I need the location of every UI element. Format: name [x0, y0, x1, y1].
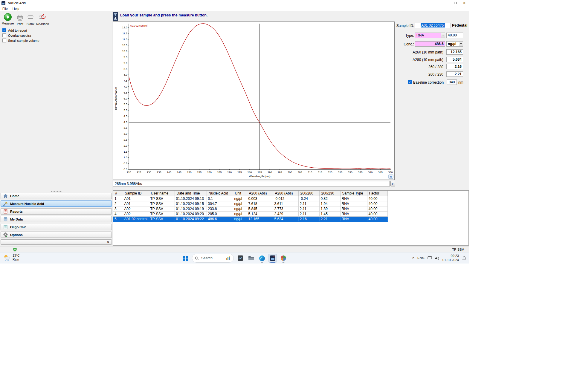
unit-select[interactable]: ng/µl	[446, 41, 463, 47]
sample-id-input[interactable]: A01 02 control	[415, 23, 451, 28]
table-cell[interactable]: ng/µl	[233, 196, 247, 201]
table-cell[interactable]: RNA	[340, 206, 367, 211]
table-cell[interactable]: 205.0	[207, 211, 233, 216]
menu-item-file[interactable]: File	[0, 6, 10, 11]
sidebar-item-options[interactable]: Options	[1, 232, 112, 238]
dropdown-arrow-icon[interactable]	[459, 42, 463, 46]
baseline-checkbox[interactable]	[408, 80, 412, 84]
results-table[interactable]: #Sample IDUser nameDate and TimeNucleic …	[113, 191, 388, 222]
sidebar-item-my-data[interactable]: My Data	[1, 216, 112, 222]
table-cell[interactable]: RNA	[340, 201, 367, 206]
table-cell[interactable]: 3.611	[273, 201, 298, 206]
sidebar-collapse-bar[interactable]: »	[1, 239, 112, 245]
table-cell[interactable]: ng/µl	[233, 206, 247, 211]
baseline-wavelength-input[interactable]: 340	[447, 79, 457, 85]
table-row[interactable]: 4A02TP-SSV01.10.2024 09:20205.0ng/µl5.12…	[113, 211, 387, 216]
table-cell[interactable]: 2.21	[319, 216, 340, 221]
taskbar-app-colorful[interactable]	[279, 254, 288, 263]
column-header[interactable]: Sample Type	[340, 191, 367, 196]
table-cell[interactable]: RNA	[340, 216, 367, 221]
spectrum-chart[interactable]: 0.00.51.01.52.02.53.03.54.04.55.05.56.06…	[113, 22, 395, 180]
notification-bell-icon[interactable]	[462, 256, 466, 261]
weather-widget[interactable]: 13°C Rain	[3, 254, 19, 261]
table-cell[interactable]: 0.82	[319, 196, 340, 201]
chart-collapse-button[interactable]: «	[388, 174, 393, 179]
table-cell[interactable]: 7.618	[247, 201, 273, 206]
taskbar-app-nucleic-acid[interactable]	[268, 254, 277, 263]
table-cell[interactable]: TP-SSV	[149, 211, 175, 216]
table-row[interactable]: 5A01 02 controlTP-SSV01.10.2024 09:22486…	[113, 216, 387, 221]
close-button[interactable]: ×	[460, 0, 469, 6]
table-cell[interactable]: 5	[113, 216, 123, 221]
checkbox-icon[interactable]	[2, 39, 6, 42]
table-cell[interactable]: TP-SSV	[149, 216, 175, 221]
table-row[interactable]: 1A01TP-SSV01.10.2024 09:130.1ng/µl0.003-…	[113, 196, 387, 201]
column-header[interactable]: #	[113, 191, 123, 196]
spectrum-plot[interactable]: 0.00.51.01.52.02.53.03.54.04.55.05.56.06…	[113, 22, 394, 180]
measure-button[interactable]: Measure	[1, 13, 14, 25]
table-cell[interactable]: 01.10.2024 09:20	[175, 211, 207, 216]
table-cell[interactable]: 40.00	[367, 196, 387, 201]
table-cell[interactable]: -0.012	[273, 196, 298, 201]
table-cell[interactable]: 40.00	[367, 216, 387, 221]
table-cell[interactable]: 0.1	[207, 196, 233, 201]
sidebar-item-oligo-calc[interactable]: Oligo Calc	[1, 224, 112, 230]
column-header[interactable]: A280 (Abs)	[273, 191, 298, 196]
taskbar-app-widgets[interactable]	[236, 254, 245, 263]
column-header[interactable]: 260/280	[298, 191, 319, 196]
table-cell[interactable]: 5.124	[247, 211, 273, 216]
checkbox-icon[interactable]	[2, 28, 6, 32]
checkbox-add-to-report[interactable]: Add to report	[2, 28, 27, 32]
column-header[interactable]: User name	[149, 191, 175, 196]
minimize-button[interactable]	[442, 0, 451, 6]
table-cell[interactable]: 304.7	[207, 201, 233, 206]
table-cell[interactable]: 01.10.2024 09:15	[175, 201, 207, 206]
table-cell[interactable]: RNA	[340, 211, 367, 216]
table-cell[interactable]: TP-SSV	[149, 206, 175, 211]
table-cell[interactable]: 486.6	[207, 216, 233, 221]
column-header[interactable]: Factor	[367, 191, 387, 196]
blank-button[interactable]: Blank	[26, 13, 35, 26]
table-cell[interactable]: TP-SSV	[149, 196, 175, 201]
table-cell[interactable]: 2.11	[298, 201, 319, 206]
table-cell[interactable]: 2.773	[273, 206, 298, 211]
table-cell[interactable]: 1	[113, 196, 123, 201]
column-header[interactable]: Nucleic Acid	[207, 191, 233, 196]
search-input[interactable]: Search	[192, 254, 234, 263]
table-cell[interactable]: A02	[123, 211, 149, 216]
sidebar-item-measure-nucleic-acid[interactable]: Measure Nucleic Acid	[1, 200, 112, 207]
speaker-icon[interactable]	[435, 256, 439, 260]
table-cell[interactable]: 2.11	[298, 211, 319, 216]
table-cell[interactable]: RNA	[340, 196, 367, 201]
table-cell[interactable]: ng/µl	[233, 211, 247, 216]
table-cell[interactable]: 01.10.2024 09:13	[175, 196, 207, 201]
readout-expand-button[interactable]: »	[390, 181, 395, 186]
table-cell[interactable]: 5.845	[247, 206, 273, 211]
column-header[interactable]: 260/230	[319, 191, 340, 196]
taskbar-app-edge[interactable]	[258, 254, 266, 263]
column-header[interactable]: Unit	[233, 191, 247, 196]
column-header[interactable]: Date and Time	[175, 191, 207, 196]
table-row[interactable]: 3A02TP-SSV01.10.2024 09:19233.8ng/µl5.84…	[113, 206, 387, 211]
table-cell[interactable]: 12.165	[247, 216, 273, 221]
print-button[interactable]: Print	[16, 13, 25, 26]
column-header[interactable]: Sample ID	[123, 191, 149, 196]
table-cell[interactable]: 01.10.2024 09:22	[175, 216, 207, 221]
table-cell[interactable]: 233.8	[207, 206, 233, 211]
table-cell[interactable]: 1.39	[319, 206, 340, 211]
table-cell[interactable]: 5.634	[273, 216, 298, 221]
splitter-handle[interactable]	[51, 191, 62, 192]
taskbar-app-explorer[interactable]	[247, 254, 255, 263]
table-cell[interactable]: 2	[113, 201, 123, 206]
reblank-button[interactable]: Re-Blank	[36, 13, 49, 26]
table-cell[interactable]: 01.10.2024 09:19	[175, 206, 207, 211]
chevron-right-icon[interactable]: »	[107, 240, 109, 244]
table-cell[interactable]: A01	[123, 196, 149, 201]
sidebar-item-home[interactable]: Home	[1, 193, 112, 199]
table-cell[interactable]: 3	[113, 206, 123, 211]
table-cell[interactable]: A01 02 control	[123, 216, 149, 221]
table-cell[interactable]: 0.003	[247, 196, 273, 201]
checkbox-icon[interactable]	[2, 33, 6, 37]
table-cell[interactable]: 1.45	[319, 211, 340, 216]
table-row[interactable]: 2A01TP-SSV01.10.2024 09:15304.7ng/µl7.61…	[113, 201, 387, 206]
